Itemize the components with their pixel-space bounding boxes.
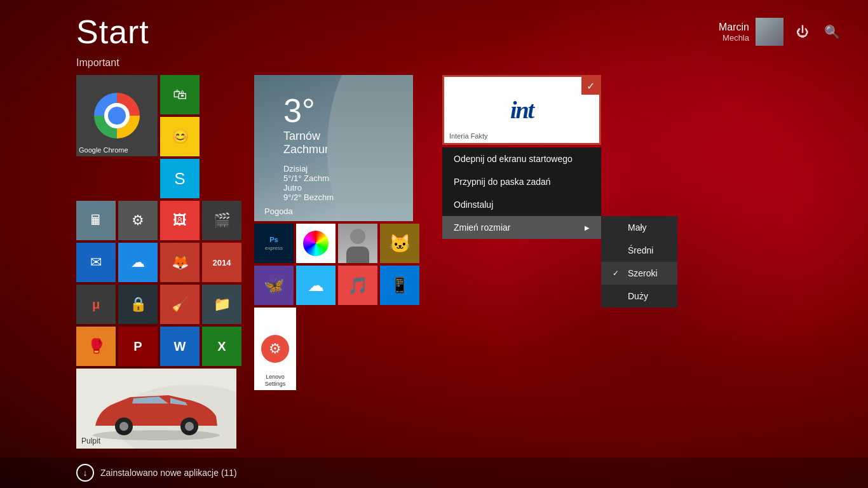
tile-interia[interactable]: ✓ int Interia Fakty	[442, 75, 601, 145]
small-label: Mały	[628, 222, 647, 233]
tile-mu[interactable]: μ	[76, 285, 116, 324]
user-name: Marcin	[719, 22, 749, 33]
phone-icon: 📱	[390, 276, 409, 294]
avatar-image	[756, 18, 783, 46]
tile-photoshop[interactable]: Psexpress	[254, 224, 294, 263]
tile-cloud-blue[interactable]: ☁	[296, 266, 336, 305]
interia-label: Interia Fakty	[449, 132, 488, 140]
chrome-icon	[94, 93, 140, 139]
page-title: Start	[76, 13, 149, 51]
mu-icon: μ	[92, 297, 100, 312]
calculator-icon: 🖩	[89, 214, 103, 227]
tile-pulpit[interactable]: Pulpit	[76, 369, 236, 449]
context-menu-taskbar[interactable]: Przypnij do paska zadań	[442, 170, 601, 193]
person-body	[346, 247, 369, 263]
svg-point-6	[93, 430, 220, 440]
tile-weather[interactable]: 3° Tarnów Zachmurzenie małe Dzisiaj 5°/1…	[254, 75, 413, 221]
header-right: Marcin Mechla ⏻ 🔍	[719, 18, 843, 46]
colors-wheel	[303, 231, 329, 256]
tile-2014[interactable]: 2014	[202, 243, 241, 282]
tile-settings[interactable]: ⚙	[118, 201, 158, 240]
user-name-block: Marcin Mechla	[719, 22, 749, 43]
portrait-img	[338, 224, 377, 263]
resize-label: Zmień rozmiar	[454, 222, 510, 233]
svg-point-5	[185, 422, 194, 431]
tile-ccleaner[interactable]: 🧹	[160, 285, 200, 324]
chrome-label: Google Chrome	[79, 146, 155, 154]
header: Start Marcin Mechla ⏻ 🔍	[0, 0, 868, 57]
wide-check: ✓	[613, 269, 623, 278]
purple-icon: 🦋	[264, 276, 284, 295]
new-apps-icon: ↓	[76, 464, 94, 482]
tile-purple-app[interactable]: 🦋	[254, 266, 294, 305]
video-icon: 🎬	[214, 214, 231, 227]
submenu-large[interactable]: Duży	[601, 285, 677, 308]
person-head	[350, 229, 365, 244]
app-tiles-row1: Psexpress 🐱	[254, 224, 419, 263]
right-tiles: ✓ int Interia Fakty Odepnij od ekranu st…	[442, 75, 601, 451]
tile-colors[interactable]	[296, 224, 336, 263]
tile-safe[interactable]: 📁	[202, 285, 241, 324]
svg-point-3	[119, 422, 128, 431]
mail-icon: ✉	[90, 255, 102, 269]
left-tiles-grid: Google Chrome 🛍 😊 S	[76, 75, 241, 451]
interia-check: ✓	[581, 77, 599, 95]
tile-smiley[interactable]: 😊	[160, 117, 200, 156]
ccleaner-icon: 🧹	[172, 297, 189, 311]
tile-skype[interactable]: S	[160, 159, 200, 198]
interia-logo: int	[510, 85, 533, 135]
tile-store[interactable]: 🛍	[160, 75, 200, 114]
submenu-medium[interactable]: Średni	[601, 239, 677, 262]
tile-photos[interactable]: 🖼	[160, 201, 200, 240]
interia-logo-text: int	[510, 96, 533, 124]
lock-icon: 🔒	[130, 297, 147, 311]
cat-icon: 🐱	[389, 233, 411, 254]
submenu: Mały Średni ✓ Szeroki Duży	[601, 216, 677, 308]
tile-chrome[interactable]: Google Chrome	[76, 75, 158, 156]
tile-lock[interactable]: 🔒	[118, 285, 158, 324]
context-menu-resize[interactable]: Zmień rozmiar ▶ Mały Średni ✓	[442, 216, 601, 239]
antivirus-icon: 🦊	[172, 255, 189, 269]
tile-lenovo[interactable]: ⚙ Lenovo Settings	[254, 308, 296, 390]
search-icon[interactable]: 🔍	[822, 22, 843, 42]
tile-video[interactable]: 🎬	[202, 201, 241, 240]
new-apps-text[interactable]: Zainstalowano nowe aplikacje (11)	[100, 468, 237, 478]
tile-music[interactable]: 🎵	[338, 266, 377, 305]
avatar[interactable]	[756, 18, 783, 46]
lenovo-icon: ⚙	[261, 335, 289, 363]
submenu-small[interactable]: Mały	[601, 216, 677, 239]
tile-phone[interactable]: 📱	[380, 266, 419, 305]
middle-tiles: 3° Tarnów Zachmurzenie małe Dzisiaj 5°/1…	[254, 75, 419, 451]
tile-glove[interactable]: 🥊	[76, 327, 116, 366]
ps-icon: Psexpress	[265, 236, 283, 252]
photos-icon: 🖼	[173, 214, 187, 227]
tile-cloud[interactable]: ☁	[118, 243, 158, 282]
tile-ppt[interactable]: P	[118, 327, 158, 366]
safe-icon: 📁	[214, 297, 231, 311]
power-icon[interactable]: ⏻	[794, 22, 811, 42]
context-menu-uninstall[interactable]: Odinstaluj	[442, 193, 601, 216]
wide-label: Szeroki	[628, 268, 658, 278]
tile-calculator[interactable]: 🖩	[76, 201, 116, 240]
medium-label: Średni	[628, 245, 653, 255]
ppt-icon: P	[133, 339, 142, 354]
year-icon: 2014	[213, 258, 231, 268]
user-subtitle: Mechla	[719, 33, 749, 43]
tile-mail[interactable]: ✉	[76, 243, 116, 282]
cloud-blue-icon: ☁	[308, 276, 324, 295]
submenu-wide[interactable]: ✓ Szeroki	[601, 262, 677, 285]
tile-word[interactable]: W	[160, 327, 200, 366]
weather-label: Pogoda	[264, 207, 293, 216]
music-icon: 🎵	[348, 276, 368, 295]
lenovo-label: Lenovo Settings	[255, 374, 295, 388]
tile-excel[interactable]: X	[202, 327, 241, 366]
excel-icon: X	[217, 339, 226, 354]
tile-cat[interactable]: 🐱	[380, 224, 419, 263]
context-menu-unpin[interactable]: Odepnij od ekranu startowego	[442, 147, 601, 170]
skype-icon: S	[174, 169, 185, 189]
pulpit-label: Pulpit	[81, 437, 100, 445]
user-info[interactable]: Marcin Mechla	[719, 18, 783, 46]
bottom-bar: ↓ Zainstalowano nowe aplikacje (11)	[0, 458, 868, 488]
tile-portrait[interactable]	[338, 224, 377, 263]
tile-antivirus[interactable]: 🦊	[160, 243, 200, 282]
